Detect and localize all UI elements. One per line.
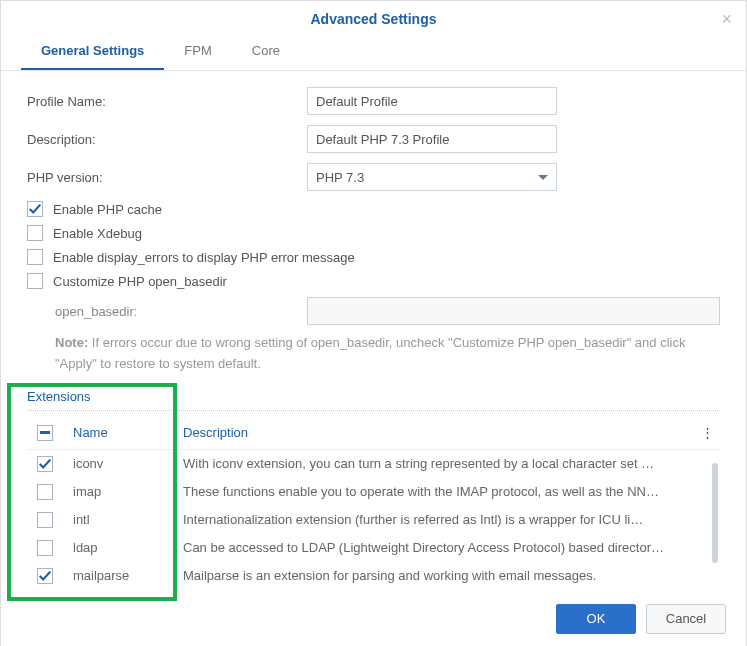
php-version-select[interactable]: PHP 7.3 <box>307 163 557 191</box>
tab-bar: General Settings FPM Core <box>1 33 746 71</box>
column-header-description[interactable]: Description <box>177 417 695 450</box>
description-input[interactable] <box>307 125 557 153</box>
extension-description: Can be accessed to LDAP (Lightweight Dir… <box>177 534 720 562</box>
open-basedir-note: Note: If errors occur due to wrong setti… <box>55 333 720 375</box>
dialog-header: Advanced Settings × <box>1 1 746 33</box>
extension-description: With iconv extension, you can turn a str… <box>177 449 720 478</box>
advanced-settings-dialog: Advanced Settings × General Settings FPM… <box>0 0 747 646</box>
extension-checkbox[interactable] <box>37 540 53 556</box>
dialog-title: Advanced Settings <box>310 11 436 27</box>
extension-checkbox[interactable] <box>37 568 53 584</box>
chevron-down-icon <box>538 175 548 180</box>
enable-display-errors-label: Enable display_errors to display PHP err… <box>53 250 355 265</box>
ok-button[interactable]: OK <box>556 604 636 634</box>
enable-php-cache-checkbox[interactable] <box>27 201 43 217</box>
table-row[interactable]: mailparseMailparse is an extension for p… <box>27 562 720 590</box>
profile-name-input[interactable] <box>307 87 557 115</box>
extension-name: mailparse <box>67 562 177 590</box>
dialog-body: Profile Name: Description: PHP version: … <box>1 71 746 590</box>
tab-core[interactable]: Core <box>232 33 300 70</box>
php-version-label: PHP version: <box>27 170 307 185</box>
extension-name: ldap <box>67 534 177 562</box>
dialog-footer: OK Cancel <box>1 590 746 646</box>
extension-checkbox[interactable] <box>37 484 53 500</box>
table-row[interactable]: imapThese functions enable you to operat… <box>27 478 720 506</box>
extension-description: These functions enable you to operate wi… <box>177 478 720 506</box>
cancel-button[interactable]: Cancel <box>646 604 726 634</box>
note-prefix: Note: <box>55 335 88 350</box>
enable-xdebug-checkbox[interactable] <box>27 225 43 241</box>
extension-description: Mailparse is an extension for parsing an… <box>177 562 720 590</box>
enable-display-errors-checkbox[interactable] <box>27 249 43 265</box>
extension-name: intl <box>67 506 177 534</box>
enable-php-cache-label: Enable PHP cache <box>53 202 162 217</box>
php-version-value: PHP 7.3 <box>316 170 364 185</box>
table-row[interactable]: intlInternationalization extension (furt… <box>27 506 720 534</box>
close-icon[interactable]: × <box>721 9 732 30</box>
extensions-section: Extensions Name Description ⋮ iconvWith … <box>27 389 720 590</box>
extension-checkbox[interactable] <box>37 512 53 528</box>
description-label: Description: <box>27 132 307 147</box>
column-menu-icon[interactable]: ⋮ <box>695 417 720 450</box>
open-basedir-label: open_basedir: <box>55 304 307 319</box>
extension-description: Internationalization extension (further … <box>177 506 720 534</box>
customize-open-basedir-checkbox[interactable] <box>27 273 43 289</box>
note-text: If errors occur due to wrong setting of … <box>55 335 685 371</box>
table-row[interactable]: ldapCan be accessed to LDAP (Lightweight… <box>27 534 720 562</box>
extensions-table: Name Description ⋮ iconvWith iconv exten… <box>27 417 720 590</box>
scrollbar[interactable] <box>712 463 718 563</box>
select-all-checkbox[interactable] <box>37 425 53 441</box>
profile-name-label: Profile Name: <box>27 94 307 109</box>
extension-checkbox[interactable] <box>37 456 53 472</box>
tab-fpm[interactable]: FPM <box>164 33 231 70</box>
table-row[interactable]: iconvWith iconv extension, you can turn … <box>27 449 720 478</box>
customize-open-basedir-label: Customize PHP open_basedir <box>53 274 227 289</box>
extensions-title: Extensions <box>27 389 720 411</box>
enable-xdebug-label: Enable Xdebug <box>53 226 142 241</box>
extension-name: imap <box>67 478 177 506</box>
open-basedir-input[interactable] <box>307 297 720 325</box>
extension-name: iconv <box>67 449 177 478</box>
column-header-name[interactable]: Name <box>67 417 177 450</box>
tab-general-settings[interactable]: General Settings <box>21 33 164 70</box>
